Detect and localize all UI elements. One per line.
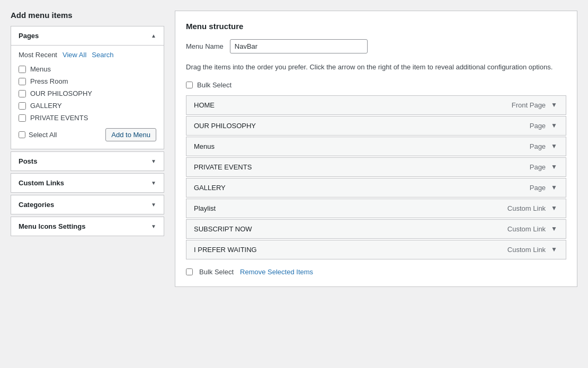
page-checkbox-our-philosophy[interactable] [19, 90, 26, 97]
menu-item-gallery-type: Page [530, 184, 546, 192]
page-checkbox-press-room[interactable] [19, 78, 26, 85]
menu-item-menus[interactable]: Menus Page ▼ [186, 137, 566, 156]
top-bulk-select-checkbox[interactable] [186, 82, 193, 88]
add-to-menu-button[interactable]: Add to Menu [105, 128, 156, 141]
custom-links-accordion: Custom Links ▼ [11, 173, 164, 193]
menu-item-gallery-name: GALLERY [194, 184, 226, 192]
pages-chevron-icon: ▲ [151, 33, 156, 39]
menu-item-subscript-now-expand-button[interactable]: ▼ [550, 225, 558, 232]
bottom-bulk-select-label: Bulk Select [199, 268, 234, 276]
page-item-menus[interactable]: Menus [19, 65, 156, 73]
menu-structure-title: Menu structure [186, 22, 566, 31]
posts-label: Posts [19, 157, 37, 165]
categories-label: Categories [19, 201, 54, 209]
menu-item-our-philosophy-name: OUR PHILOSOPHY [194, 122, 256, 130]
menu-item-private-events-name: PRIVATE EVENTS [194, 163, 252, 171]
custom-links-chevron-icon: ▼ [151, 180, 156, 186]
menu-item-menus-name: Menus [194, 142, 215, 150]
menu-item-private-events-type: Page [530, 163, 546, 171]
pages-accordion: Pages ▲ Most Recent View All Search Menu… [11, 26, 164, 149]
posts-accordion-header[interactable]: Posts ▼ [11, 152, 164, 170]
menu-item-our-philosophy-right: Page ▼ [530, 122, 558, 130]
menu-item-gallery-right: Page ▼ [530, 184, 558, 192]
pages-footer-row: Select All Add to Menu [19, 128, 156, 141]
menu-item-playlist-name: Playlist [194, 204, 216, 212]
instructions-text: Drag the items into the order you prefer… [186, 62, 566, 73]
page-checkbox-gallery[interactable] [19, 102, 26, 110]
page-item-our-philosophy[interactable]: OUR PHILOSOPHY [19, 89, 156, 97]
menu-item-subscript-now-type: Custom Link [507, 225, 546, 233]
page-checkbox-menus[interactable] [19, 66, 26, 73]
menu-item-private-events[interactable]: PRIVATE EVENTS Page ▼ [186, 157, 566, 177]
menu-item-playlist[interactable]: Playlist Custom Link ▼ [186, 199, 566, 218]
menu-item-playlist-expand-button[interactable]: ▼ [550, 204, 558, 212]
page-item-private-events[interactable]: PRIVATE EVENTS [19, 114, 156, 122]
categories-accordion-header[interactable]: Categories ▼ [11, 195, 164, 214]
menu-item-menus-type: Page [530, 142, 546, 150]
top-bulk-select-label: Bulk Select [197, 81, 231, 89]
posts-accordion: Posts ▼ [11, 151, 164, 171]
custom-links-label: Custom Links [19, 179, 64, 187]
menu-item-subscript-now[interactable]: SUBSCRIPT NOW Custom Link ▼ [186, 219, 566, 239]
menu-item-home[interactable]: HOME Front Page ▼ [186, 95, 566, 115]
categories-accordion: Categories ▼ [11, 195, 164, 214]
pages-accordion-header[interactable]: Pages ▲ [11, 26, 164, 45]
menu-name-label: Menu Name [186, 42, 224, 50]
add-menu-items-title: Add menu items [11, 11, 164, 20]
menu-item-gallery-expand-button[interactable]: ▼ [550, 184, 558, 191]
tab-search[interactable]: Search [92, 51, 113, 59]
menu-name-row: Menu Name [186, 39, 566, 53]
menu-item-i-prefer-waiting-expand-button[interactable]: ▼ [550, 246, 558, 253]
menu-item-i-prefer-waiting-type: Custom Link [507, 246, 546, 254]
menu-icons-settings-accordion: Menu Icons Settings ▼ [11, 217, 164, 236]
remove-selected-button[interactable]: Remove Selected Items [240, 268, 313, 276]
categories-chevron-icon: ▼ [151, 202, 156, 208]
menu-item-gallery[interactable]: GALLERY Page ▼ [186, 178, 566, 198]
tab-view-all[interactable]: View All [63, 51, 86, 59]
menu-item-our-philosophy-type: Page [530, 122, 546, 130]
custom-links-accordion-header[interactable]: Custom Links ▼ [11, 174, 164, 192]
menu-item-playlist-right: Custom Link ▼ [507, 204, 558, 212]
menu-items-list: HOME Front Page ▼ OUR PHILOSOPHY Page ▼ … [186, 95, 566, 259]
menu-item-private-events-expand-button[interactable]: ▼ [550, 163, 558, 170]
pages-checkbox-list: Menus Press Room OUR PHILOSOPHY GALLERY [19, 65, 156, 122]
menu-name-input[interactable] [230, 39, 368, 53]
bottom-bulk-row: Bulk Select Remove Selected Items [186, 268, 566, 276]
select-all-checkbox[interactable] [19, 131, 25, 138]
menu-item-our-philosophy[interactable]: OUR PHILOSOPHY Page ▼ [186, 116, 566, 136]
pages-accordion-body: Most Recent View All Search Menus Press … [11, 45, 164, 149]
menu-item-i-prefer-waiting-right: Custom Link ▼ [507, 246, 558, 254]
pages-tabs: Most Recent View All Search [19, 51, 156, 59]
left-panel: Add menu items Pages ▲ Most Recent View … [11, 11, 164, 238]
menu-item-playlist-type: Custom Link [507, 204, 546, 212]
menu-item-home-right: Front Page ▼ [512, 101, 558, 109]
menu-item-home-name: HOME [194, 101, 215, 109]
menu-item-i-prefer-waiting[interactable]: I PREFER WAITING Custom Link ▼ [186, 240, 566, 259]
page-item-gallery[interactable]: GALLERY [19, 102, 156, 110]
page-item-press-room[interactable]: Press Room [19, 77, 156, 85]
menu-item-i-prefer-waiting-name: I PREFER WAITING [194, 246, 257, 254]
menu-item-subscript-now-right: Custom Link ▼ [507, 225, 558, 233]
menu-item-home-type: Front Page [512, 101, 546, 109]
menu-item-home-expand-button[interactable]: ▼ [550, 101, 558, 109]
right-panel: Menu structure Menu Name Drag the items … [175, 11, 577, 287]
bottom-bulk-select-checkbox[interactable] [186, 268, 193, 275]
menu-icons-settings-chevron-icon: ▼ [151, 223, 156, 229]
menu-item-subscript-now-name: SUBSCRIPT NOW [194, 225, 252, 233]
tab-most-recent[interactable]: Most Recent [19, 51, 57, 59]
menu-item-menus-right: Page ▼ [530, 142, 558, 150]
top-bulk-select-row: Bulk Select [186, 81, 566, 89]
menu-item-our-philosophy-expand-button[interactable]: ▼ [550, 122, 558, 129]
select-all-label[interactable]: Select All [19, 131, 57, 139]
menu-item-menus-expand-button[interactable]: ▼ [550, 142, 558, 150]
menu-icons-settings-label: Menu Icons Settings [19, 222, 85, 230]
menu-icons-settings-accordion-header[interactable]: Menu Icons Settings ▼ [11, 217, 164, 236]
posts-chevron-icon: ▼ [151, 158, 156, 164]
menu-item-private-events-right: Page ▼ [530, 163, 558, 171]
pages-label: Pages [19, 32, 39, 40]
page-checkbox-private-events[interactable] [19, 114, 26, 122]
